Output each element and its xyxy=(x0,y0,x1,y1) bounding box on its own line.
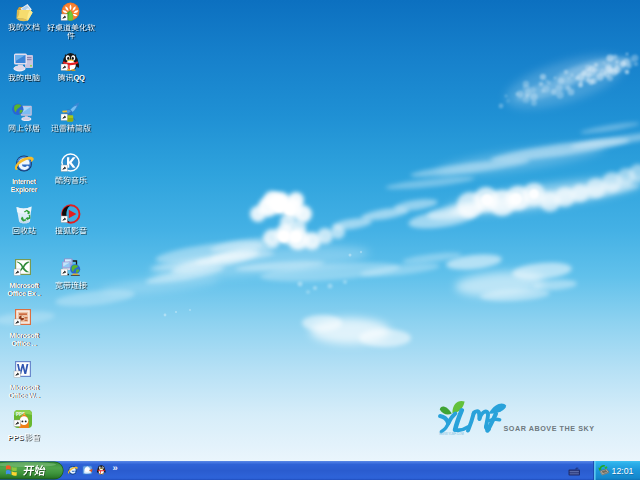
svg-text:S: S xyxy=(19,433,24,442)
svg-text:P: P xyxy=(8,433,13,442)
svg-text:Office Ex ..: Office Ex .. xyxy=(8,289,41,298)
svg-text:Office W...: Office W... xyxy=(9,391,40,400)
svg-text:Q: Q xyxy=(79,73,85,82)
svg-text:WWW.YLMF.COM: WWW.YLMF.COM xyxy=(439,432,464,436)
svg-text:12:01: 12:01 xyxy=(611,466,633,476)
svg-text:»: » xyxy=(113,462,118,473)
svg-text:Explorer: Explorer xyxy=(11,185,38,194)
svg-text:P: P xyxy=(13,433,18,442)
svg-text:Office ...: Office ... xyxy=(12,339,37,348)
svg-text:SOAR ABOVE THE SKY: SOAR ABOVE THE SKY xyxy=(504,424,595,433)
